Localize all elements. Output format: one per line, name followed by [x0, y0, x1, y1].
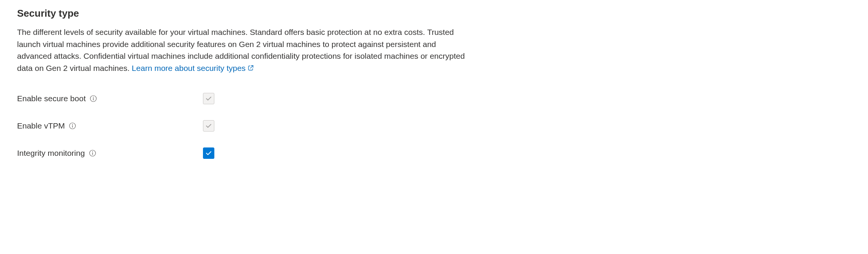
learn-more-label: Learn more about security types — [132, 62, 245, 74]
integrity-monitoring-label: Integrity monitoring — [17, 149, 85, 158]
svg-point-5 — [92, 151, 93, 152]
learn-more-link[interactable]: Learn more about security types — [132, 62, 254, 74]
external-link-icon — [248, 65, 254, 71]
svg-point-3 — [72, 124, 73, 125]
svg-point-1 — [93, 97, 94, 97]
info-icon[interactable] — [89, 149, 96, 157]
secure-boot-checkbox[interactable] — [203, 93, 214, 104]
field-label-wrap: Enable vTPM — [17, 121, 203, 130]
secure-boot-label: Enable secure boot — [17, 94, 86, 103]
field-row-vtpm: Enable vTPM — [17, 120, 851, 132]
field-row-integrity-monitoring: Integrity monitoring — [17, 147, 851, 159]
info-icon[interactable] — [69, 122, 76, 130]
field-label-wrap: Enable secure boot — [17, 94, 203, 103]
info-icon[interactable] — [90, 95, 97, 102]
integrity-monitoring-checkbox[interactable] — [203, 147, 214, 159]
section-description: The different levels of security availab… — [17, 26, 472, 74]
field-row-secure-boot: Enable secure boot — [17, 93, 851, 104]
field-label-wrap: Integrity monitoring — [17, 149, 203, 158]
vtpm-checkbox[interactable] — [203, 120, 214, 132]
vtpm-label: Enable vTPM — [17, 121, 65, 130]
section-heading: Security type — [17, 8, 851, 19]
